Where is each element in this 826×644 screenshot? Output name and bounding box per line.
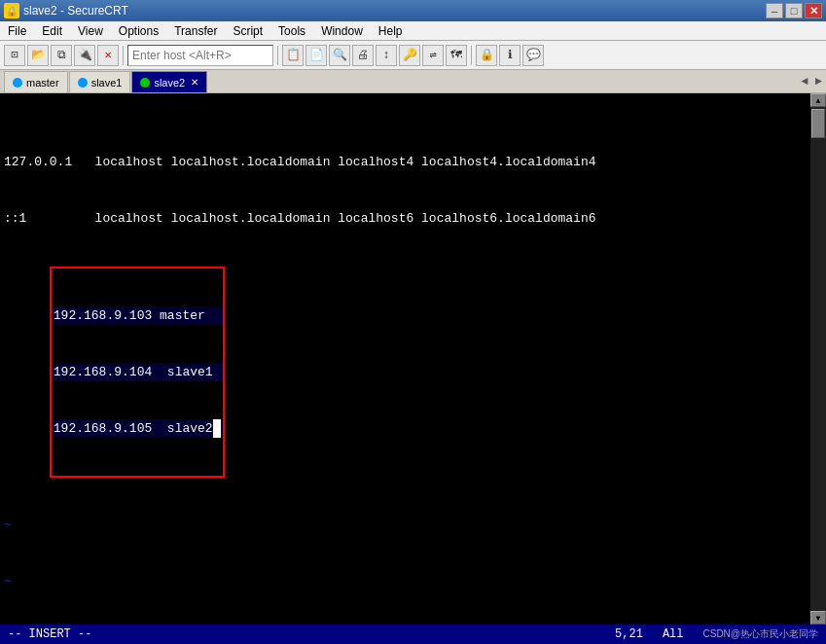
terminal[interactable]: 127.0.0.1 localhost localhost.localdomai… — [0, 93, 810, 625]
terminal-wrapper: 127.0.0.1 localhost localhost.localdomai… — [0, 93, 826, 625]
title-buttons: – □ ✕ — [766, 3, 822, 18]
tab-nav[interactable]: ◄ ► — [797, 71, 826, 92]
close-button[interactable]: ✕ — [805, 3, 822, 18]
tilde-1: ~ — [4, 516, 807, 534]
toolbar-disconnect[interactable]: ✕ — [97, 45, 119, 66]
menu-transfer[interactable]: Transfer — [166, 21, 225, 40]
menu-bar: File Edit View Options Transfer Script T… — [0, 21, 826, 41]
menu-tools[interactable]: Tools — [270, 21, 313, 40]
toolbar-lock[interactable]: 🔒 — [476, 45, 497, 66]
toolbar-clone[interactable]: ⧉ — [51, 45, 72, 66]
toolbar-map[interactable]: 🗺 — [446, 45, 467, 66]
terminal-line-4: 192.168.9.104 slave1 — [52, 363, 223, 381]
app-icon: 🔒 — [4, 3, 19, 18]
menu-file[interactable]: File — [0, 21, 34, 40]
toolbar: ⊡ 📂 ⧉ 🔌 ✕ 📋 📄 🔍 🖨 ↕ 🔑 ⇌ 🗺 🔒 ℹ 💬 — [0, 41, 826, 70]
tab-slave2-close[interactable]: ✕ — [191, 77, 198, 88]
scrollbar-up-arrow[interactable]: ▲ — [810, 93, 826, 107]
menu-window[interactable]: Window — [313, 21, 371, 40]
toolbar-sep2 — [277, 46, 278, 65]
toolbar-chat[interactable]: 💬 — [522, 45, 544, 66]
tab-slave2-label: slave2 — [154, 77, 185, 89]
tab-slave1[interactable]: slave1 — [69, 71, 131, 92]
title-bar: 🔒 slave2 - SecureCRT – □ ✕ — [0, 0, 826, 21]
status-scroll: All — [663, 627, 684, 641]
status-position: 5,21 — [615, 627, 643, 641]
terminal-line-5: 192.168.9.105 slave2 — [52, 419, 223, 438]
host-input[interactable] — [127, 45, 273, 66]
menu-help[interactable]: Help — [371, 21, 411, 40]
toolbar-connect[interactable]: 🔌 — [74, 45, 95, 66]
title-bar-left: 🔒 slave2 - SecureCRT — [4, 3, 128, 18]
tab-slave1-label: slave1 — [91, 77, 123, 89]
window-title: slave2 - SecureCRT — [23, 4, 128, 18]
toolbar-info[interactable]: ℹ — [499, 45, 521, 66]
terminal-scrollbar[interactable]: ▲ ▼ — [810, 93, 826, 625]
tab-bar: master slave1 slave2 ✕ ◄ ► — [0, 70, 826, 93]
tilde-2: ~ — [4, 572, 807, 590]
scrollbar-thumb[interactable] — [811, 109, 825, 138]
scrollbar-track[interactable] — [810, 107, 826, 611]
menu-edit[interactable]: Edit — [34, 21, 70, 40]
toolbar-new[interactable]: ⊡ — [4, 45, 25, 66]
tab-slave2[interactable]: slave2 ✕ — [131, 71, 207, 92]
scrollbar-down-arrow[interactable]: ▼ — [810, 611, 826, 625]
status-mode: -- INSERT -- — [8, 627, 91, 641]
terminal-line-2: ::1 localhost localhost.localdomain loca… — [4, 209, 807, 228]
tab-master-icon — [13, 78, 22, 88]
tab-master[interactable]: master — [4, 71, 68, 92]
toolbar-print[interactable]: 🖨 — [352, 45, 374, 66]
toolbar-copy[interactable]: 📋 — [282, 45, 304, 66]
toolbar-sftp[interactable]: ↕ — [376, 45, 397, 66]
tab-slave2-icon — [140, 78, 150, 88]
menu-options[interactable]: Options — [111, 21, 166, 40]
tab-master-label: master — [26, 77, 59, 89]
watermark: CSDN@热心市民小老同学 — [703, 627, 819, 641]
terminal-line-1: 127.0.0.1 localhost localhost.localdomai… — [4, 153, 807, 171]
toolbar-open[interactable]: 📂 — [27, 45, 49, 66]
toolbar-sep3 — [471, 46, 472, 65]
menu-view[interactable]: View — [70, 21, 111, 40]
status-bar: -- INSERT -- 5,21 All CSDN@热心市民小老同学 — [0, 625, 826, 644]
terminal-line-3: 192.168.9.103 master — [52, 306, 223, 325]
toolbar-paste[interactable]: 📄 — [305, 45, 327, 66]
terminal-content: 127.0.0.1 localhost localhost.localdomai… — [0, 93, 810, 625]
toolbar-find[interactable]: 🔍 — [329, 45, 350, 66]
toolbar-key[interactable]: 🔑 — [399, 45, 420, 66]
toolbar-sep1 — [123, 46, 124, 65]
menu-script[interactable]: Script — [225, 21, 270, 40]
maximize-button[interactable]: □ — [785, 3, 803, 18]
status-right: 5,21 All CSDN@热心市民小老同学 — [615, 627, 818, 641]
minimize-button[interactable]: – — [766, 3, 783, 18]
tab-slave1-icon — [78, 78, 88, 88]
toolbar-xfer[interactable]: ⇌ — [422, 45, 444, 66]
